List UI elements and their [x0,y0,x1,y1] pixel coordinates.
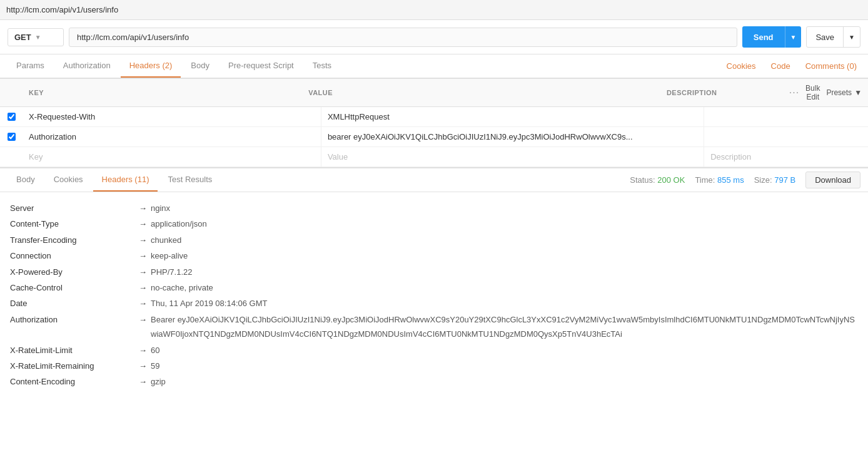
status-label: Status: 200 OK [630,175,685,185]
send-dropdown-arrow[interactable]: ▼ [785,26,802,48]
resp-header-content-encoding: Content-Encoding → gzip [10,374,858,389]
method-label: GET [14,33,31,42]
save-button[interactable]: Save ▼ [806,26,860,48]
resp-header-server: Server → nginx [10,201,858,215]
bulk-edit-button[interactable]: Bulk Edit [805,84,820,101]
save-dropdown-arrow[interactable]: ▼ [844,27,860,47]
resp-tab-body[interactable]: Body [8,168,44,192]
request-tabs: Params Authorization Headers (2) Body Pr… [0,54,868,78]
comments-link[interactable]: Comments (0) [802,55,860,77]
response-meta: Status: 200 OK Time: 855 ms Size: 797 B … [630,172,860,188]
request-bar: GET ▼ Send ▼ Save ▼ [0,20,868,54]
resp-header-content-type: Content-Type → application/json [10,217,858,231]
placeholder-key[interactable]: Key [23,147,321,167]
response-section: Body Cookies Headers (11) Test Results S… [0,167,868,399]
placeholder-description[interactable]: Description [704,147,868,167]
time-label: Time: 855 ms [695,175,744,185]
tab-headers[interactable]: Headers (2) [121,54,181,78]
send-button[interactable]: Send ▼ [742,26,802,48]
headers-table: KEY VALUE DESCRIPTION ··· Bulk Edit Pres… [0,78,868,167]
row2-description[interactable] [704,132,868,142]
row2-value[interactable]: bearer eyJ0eXAiOiJKV1QiLCJhbGciOiJIUzI1N… [321,127,704,146]
tab-pre-request-script[interactable]: Pre-request Script [220,54,303,78]
row2-key[interactable]: Authorization [23,127,321,146]
resp-header-transfer-encoding: Transfer-Encoding → chunked [10,233,858,247]
table-header-row: KEY VALUE DESCRIPTION ··· Bulk Edit Pres… [0,78,868,107]
method-select[interactable]: GET ▼ [8,28,64,46]
tab-tests[interactable]: Tests [304,54,340,78]
method-dropdown-arrow: ▼ [35,34,41,41]
save-button-label[interactable]: Save [807,27,844,47]
resp-header-cache-control: Cache-Control → no-cache, private [10,280,858,295]
url-input[interactable] [69,28,737,47]
response-headers-body: Server → nginx Content-Type → applicatio… [0,192,868,399]
row1-value[interactable]: XMLHttpRequest [321,107,704,126]
resp-tab-headers[interactable]: Headers (11) [93,168,158,192]
row2-checkbox-cell [0,133,23,141]
presets-arrow: ▼ [854,88,862,97]
size-label: Size: 797 B [754,175,796,185]
browser-url-bar: http://lcm.com/api/v1/users/info [0,0,868,20]
response-tabs-bar: Body Cookies Headers (11) Test Results S… [0,168,868,192]
resp-header-date: Date → Thu, 11 Apr 2019 08:14:06 GMT [10,296,858,310]
resp-tab-cookies[interactable]: Cookies [45,168,92,192]
time-value: 855 ms [717,175,744,185]
cookies-link[interactable]: Cookies [723,55,760,77]
resp-header-authorization: Authorization → Bearer eyJ0eXAiOiJKV1QiL… [10,312,858,342]
more-options-icon[interactable]: ··· [789,87,799,98]
code-link[interactable]: Code [767,55,794,77]
send-button-label[interactable]: Send [742,26,785,48]
tab-params[interactable]: Params [8,54,53,78]
row1-checkbox[interactable] [8,113,16,121]
col-actions-header: ··· Bulk Edit Presets ▼ [783,79,868,106]
header-row-placeholder: Key Value Description [0,147,868,167]
col-value-header: VALUE [302,84,660,101]
resp-header-ratelimit-remaining: X-RateLimit-Remaining → 59 [10,359,858,373]
download-button[interactable]: Download [805,172,860,188]
row2-checkbox[interactable] [8,133,16,141]
header-row-2: Authorization bearer eyJ0eXAiOiJKV1QiLCJ… [0,127,868,147]
size-value: 797 B [774,175,795,185]
presets-button[interactable]: Presets ▼ [826,88,862,97]
status-value: 200 OK [657,175,685,185]
placeholder-value[interactable]: Value [321,147,704,167]
row1-checkbox-cell [0,113,23,121]
resp-tab-test-results[interactable]: Test Results [159,168,221,192]
resp-header-ratelimit-limit: X-RateLimit-Limit → 60 [10,343,858,357]
tab-authorization[interactable]: Authorization [54,54,119,78]
resp-header-x-powered-by: X-Powered-By → PHP/7.1.22 [10,265,858,279]
header-row-1: X-Requested-With XMLHttpRequest [0,107,868,127]
row1-key[interactable]: X-Requested-With [23,107,321,126]
tab-body[interactable]: Body [182,54,218,78]
row1-description[interactable] [704,112,868,122]
col-key-header: KEY [23,84,302,101]
resp-header-connection: Connection → keep-alive [10,249,858,263]
browser-url-text: http://lcm.com/api/v1/users/info [6,5,118,14]
col-desc-header: DESCRIPTION [660,84,783,101]
request-tab-right-actions: Cookies Code Comments (0) [723,55,860,77]
